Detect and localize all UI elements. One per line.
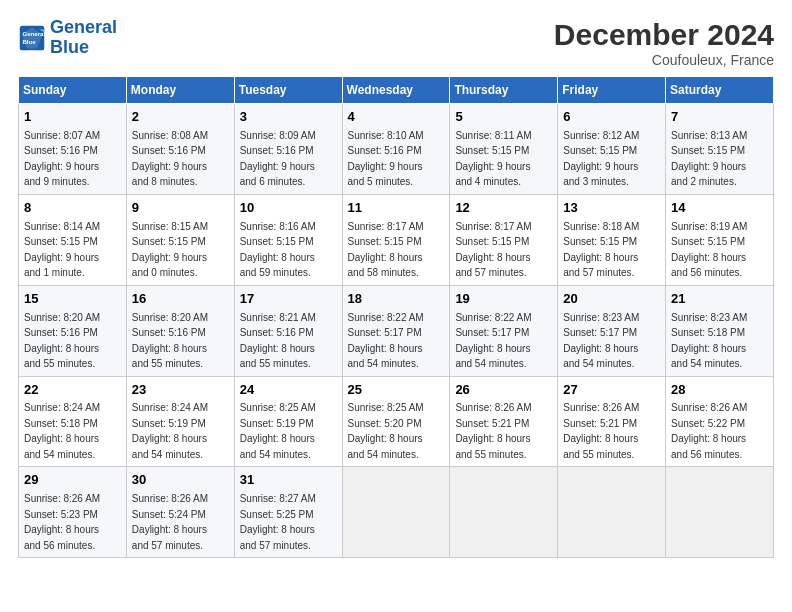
day-cell: 7Sunrise: 8:13 AMSunset: 5:15 PMDaylight… (666, 104, 774, 195)
day-number: 5 (455, 108, 552, 127)
day-number: 30 (132, 471, 229, 490)
logo: General Blue General Blue (18, 18, 117, 58)
day-info: Sunrise: 8:23 AMSunset: 5:18 PMDaylight:… (671, 312, 747, 370)
day-info: Sunrise: 8:26 AMSunset: 5:21 PMDaylight:… (455, 402, 531, 460)
day-number: 15 (24, 290, 121, 309)
day-number: 3 (240, 108, 337, 127)
day-info: Sunrise: 8:26 AMSunset: 5:21 PMDaylight:… (563, 402, 639, 460)
day-cell: 12Sunrise: 8:17 AMSunset: 5:15 PMDayligh… (450, 194, 558, 285)
day-number: 28 (671, 381, 768, 400)
logo-text: General Blue (50, 18, 117, 58)
day-cell: 5Sunrise: 8:11 AMSunset: 5:15 PMDaylight… (450, 104, 558, 195)
day-cell: 28Sunrise: 8:26 AMSunset: 5:22 PMDayligh… (666, 376, 774, 467)
day-number: 14 (671, 199, 768, 218)
day-cell: 8Sunrise: 8:14 AMSunset: 5:15 PMDaylight… (19, 194, 127, 285)
day-info: Sunrise: 8:26 AMSunset: 5:22 PMDaylight:… (671, 402, 747, 460)
day-info: Sunrise: 8:09 AMSunset: 5:16 PMDaylight:… (240, 130, 316, 188)
day-cell (666, 467, 774, 558)
day-number: 16 (132, 290, 229, 309)
day-cell: 3Sunrise: 8:09 AMSunset: 5:16 PMDaylight… (234, 104, 342, 195)
day-info: Sunrise: 8:16 AMSunset: 5:15 PMDaylight:… (240, 221, 316, 279)
day-cell (342, 467, 450, 558)
day-cell: 1Sunrise: 8:07 AMSunset: 5:16 PMDaylight… (19, 104, 127, 195)
day-info: Sunrise: 8:22 AMSunset: 5:17 PMDaylight:… (348, 312, 424, 370)
day-number: 9 (132, 199, 229, 218)
day-number: 6 (563, 108, 660, 127)
day-cell: 27Sunrise: 8:26 AMSunset: 5:21 PMDayligh… (558, 376, 666, 467)
svg-text:Blue: Blue (22, 38, 36, 45)
day-info: Sunrise: 8:20 AMSunset: 5:16 PMDaylight:… (24, 312, 100, 370)
week-row-1: 1Sunrise: 8:07 AMSunset: 5:16 PMDaylight… (19, 104, 774, 195)
day-number: 19 (455, 290, 552, 309)
day-number: 29 (24, 471, 121, 490)
col-header-wednesday: Wednesday (342, 77, 450, 104)
day-cell: 11Sunrise: 8:17 AMSunset: 5:15 PMDayligh… (342, 194, 450, 285)
day-cell (450, 467, 558, 558)
day-number: 25 (348, 381, 445, 400)
day-number: 21 (671, 290, 768, 309)
day-number: 20 (563, 290, 660, 309)
day-info: Sunrise: 8:21 AMSunset: 5:16 PMDaylight:… (240, 312, 316, 370)
day-number: 8 (24, 199, 121, 218)
day-number: 1 (24, 108, 121, 127)
day-info: Sunrise: 8:26 AMSunset: 5:24 PMDaylight:… (132, 493, 208, 551)
day-number: 17 (240, 290, 337, 309)
day-cell: 25Sunrise: 8:25 AMSunset: 5:20 PMDayligh… (342, 376, 450, 467)
day-number: 31 (240, 471, 337, 490)
col-header-tuesday: Tuesday (234, 77, 342, 104)
day-info: Sunrise: 8:10 AMSunset: 5:16 PMDaylight:… (348, 130, 424, 188)
title-area: December 2024 Coufouleux, France (554, 18, 774, 68)
day-cell: 20Sunrise: 8:23 AMSunset: 5:17 PMDayligh… (558, 285, 666, 376)
svg-text:General: General (22, 30, 45, 37)
day-info: Sunrise: 8:25 AMSunset: 5:19 PMDaylight:… (240, 402, 316, 460)
week-row-5: 29Sunrise: 8:26 AMSunset: 5:23 PMDayligh… (19, 467, 774, 558)
day-cell: 19Sunrise: 8:22 AMSunset: 5:17 PMDayligh… (450, 285, 558, 376)
day-cell: 2Sunrise: 8:08 AMSunset: 5:16 PMDaylight… (126, 104, 234, 195)
day-cell: 31Sunrise: 8:27 AMSunset: 5:25 PMDayligh… (234, 467, 342, 558)
day-number: 18 (348, 290, 445, 309)
col-header-friday: Friday (558, 77, 666, 104)
day-cell: 24Sunrise: 8:25 AMSunset: 5:19 PMDayligh… (234, 376, 342, 467)
day-info: Sunrise: 8:25 AMSunset: 5:20 PMDaylight:… (348, 402, 424, 460)
header-row: SundayMondayTuesdayWednesdayThursdayFrid… (19, 77, 774, 104)
week-row-2: 8Sunrise: 8:14 AMSunset: 5:15 PMDaylight… (19, 194, 774, 285)
day-info: Sunrise: 8:17 AMSunset: 5:15 PMDaylight:… (348, 221, 424, 279)
day-cell: 9Sunrise: 8:15 AMSunset: 5:15 PMDaylight… (126, 194, 234, 285)
day-number: 11 (348, 199, 445, 218)
header: General Blue General Blue December 2024 … (18, 18, 774, 68)
day-number: 12 (455, 199, 552, 218)
col-header-monday: Monday (126, 77, 234, 104)
day-cell: 15Sunrise: 8:20 AMSunset: 5:16 PMDayligh… (19, 285, 127, 376)
day-number: 26 (455, 381, 552, 400)
col-header-thursday: Thursday (450, 77, 558, 104)
day-info: Sunrise: 8:11 AMSunset: 5:15 PMDaylight:… (455, 130, 531, 188)
day-cell: 13Sunrise: 8:18 AMSunset: 5:15 PMDayligh… (558, 194, 666, 285)
day-info: Sunrise: 8:24 AMSunset: 5:18 PMDaylight:… (24, 402, 100, 460)
day-info: Sunrise: 8:15 AMSunset: 5:15 PMDaylight:… (132, 221, 208, 279)
day-info: Sunrise: 8:08 AMSunset: 5:16 PMDaylight:… (132, 130, 208, 188)
week-row-3: 15Sunrise: 8:20 AMSunset: 5:16 PMDayligh… (19, 285, 774, 376)
day-number: 23 (132, 381, 229, 400)
day-info: Sunrise: 8:27 AMSunset: 5:25 PMDaylight:… (240, 493, 316, 551)
day-cell: 30Sunrise: 8:26 AMSunset: 5:24 PMDayligh… (126, 467, 234, 558)
day-cell: 4Sunrise: 8:10 AMSunset: 5:16 PMDaylight… (342, 104, 450, 195)
logo-icon: General Blue (18, 24, 46, 52)
day-cell: 26Sunrise: 8:26 AMSunset: 5:21 PMDayligh… (450, 376, 558, 467)
day-number: 24 (240, 381, 337, 400)
day-info: Sunrise: 8:19 AMSunset: 5:15 PMDaylight:… (671, 221, 747, 279)
day-number: 2 (132, 108, 229, 127)
day-number: 10 (240, 199, 337, 218)
day-info: Sunrise: 8:17 AMSunset: 5:15 PMDaylight:… (455, 221, 531, 279)
day-info: Sunrise: 8:14 AMSunset: 5:15 PMDaylight:… (24, 221, 100, 279)
day-number: 13 (563, 199, 660, 218)
day-info: Sunrise: 8:18 AMSunset: 5:15 PMDaylight:… (563, 221, 639, 279)
day-info: Sunrise: 8:22 AMSunset: 5:17 PMDaylight:… (455, 312, 531, 370)
col-header-saturday: Saturday (666, 77, 774, 104)
day-cell: 21Sunrise: 8:23 AMSunset: 5:18 PMDayligh… (666, 285, 774, 376)
day-info: Sunrise: 8:13 AMSunset: 5:15 PMDaylight:… (671, 130, 747, 188)
day-cell: 16Sunrise: 8:20 AMSunset: 5:16 PMDayligh… (126, 285, 234, 376)
col-header-sunday: Sunday (19, 77, 127, 104)
day-number: 22 (24, 381, 121, 400)
sub-title: Coufouleux, France (554, 52, 774, 68)
week-row-4: 22Sunrise: 8:24 AMSunset: 5:18 PMDayligh… (19, 376, 774, 467)
